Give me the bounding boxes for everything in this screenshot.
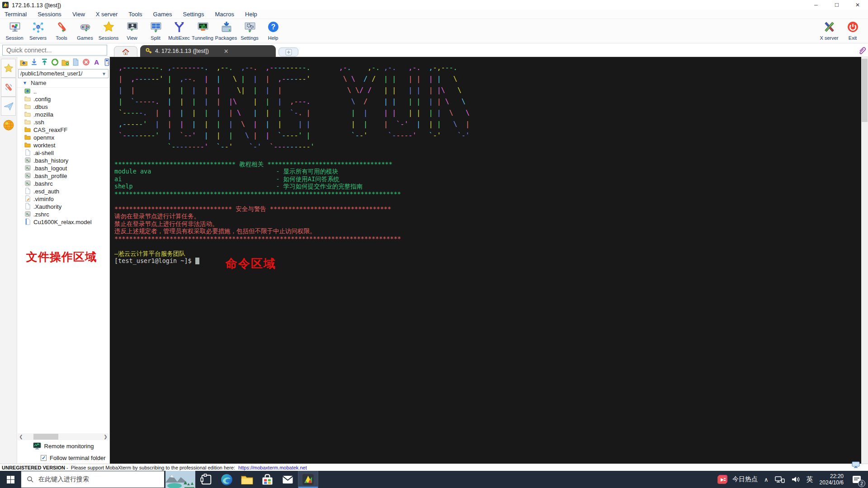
network-icon[interactable] — [775, 475, 785, 483]
file-row[interactable]: .. — [17, 88, 109, 95]
file-row[interactable]: worktest — [17, 141, 109, 149]
file-row[interactable]: .viminfo — [17, 195, 109, 203]
file-row[interactable]: .dbus — [17, 103, 109, 111]
download-icon[interactable] — [30, 58, 38, 67]
font-icon[interactable]: A — [93, 58, 100, 67]
menu-sessions[interactable]: Sessions — [38, 11, 61, 18]
scroll-left-icon[interactable]: ❮ — [18, 434, 24, 439]
scrollbar-thumb[interactable] — [33, 434, 58, 440]
taskbar-app-mail[interactable] — [278, 471, 298, 488]
ime-indicator[interactable]: 英 — [807, 475, 813, 484]
sidebar-horizontal-scrollbar[interactable]: ❮ ❯ — [18, 433, 109, 440]
file-row[interactable]: .esd_auth — [17, 188, 109, 195]
toolbar-servers-button[interactable]: Servers — [26, 20, 50, 41]
toolbar-sessions-button[interactable]: Sessions — [97, 20, 120, 41]
menu-tools[interactable]: Tools — [128, 11, 142, 18]
remote-monitoring-button[interactable]: Remote monitoring — [17, 440, 109, 452]
menu-settings[interactable]: Settings — [183, 11, 204, 18]
toolbar-tunneling-button[interactable]: Tunneling — [191, 20, 214, 41]
notification-center-button[interactable]: 2 — [850, 473, 863, 486]
sidebar-tab-tools[interactable] — [1, 78, 16, 97]
terminal-cursor — [195, 258, 199, 264]
sidebar-tab-sftp[interactable] — [1, 116, 16, 135]
toolbar-split-button[interactable]: Split — [144, 20, 167, 41]
tools-icon — [56, 21, 68, 35]
toolbar-session-button[interactable]: Session — [3, 20, 26, 41]
taskbar-app-edge[interactable] — [217, 471, 237, 488]
menu-terminal[interactable]: Terminal — [5, 11, 27, 18]
file-row[interactable]: .ssh — [17, 118, 109, 126]
file-row[interactable]: .bashrc — [17, 180, 109, 188]
clock-widget[interactable]: 22:20 2024/10/6 — [820, 473, 844, 486]
hotspot-widget[interactable]: 今日热点 — [717, 474, 758, 485]
toolbar-label: Packages — [215, 35, 237, 41]
terminal-area[interactable]: ,---------. ,--------. ,--. ,--. ,------… — [110, 57, 861, 464]
file-row[interactable]: .ai-shell — [17, 149, 109, 157]
tab-session-active[interactable]: 4. 172.16.1.13 ([test]) ✕ — [140, 45, 276, 57]
refresh-icon[interactable] — [51, 58, 59, 67]
file-row[interactable]: Cu1600K_relax.model — [17, 218, 109, 226]
security-warning-line: ****************************************… — [114, 235, 861, 243]
view-icon — [126, 21, 138, 35]
toolbar-packages-button[interactable]: Packages — [214, 20, 238, 41]
remote-screen-icon[interactable] — [852, 461, 860, 468]
toolbar-settings-button[interactable]: Settings — [238, 20, 261, 41]
file-row[interactable]: .bash_logout — [17, 164, 109, 172]
file-row[interactable]: .Xauthority — [17, 203, 109, 211]
file-list: ...config.dbus.mozilla.sshCAS_reaxFFopen… — [17, 88, 109, 226]
quick-connect-input[interactable] — [2, 45, 107, 56]
menu-help[interactable]: Help — [245, 11, 257, 18]
minimize-button[interactable]: ─ — [806, 0, 826, 10]
path-dropdown[interactable]: /public1/home/test_user1/ ▼ — [18, 69, 108, 78]
taskbar-app-task-view[interactable] — [196, 471, 217, 488]
new-tab-button[interactable] — [278, 47, 298, 56]
delete-icon[interactable] — [82, 58, 90, 67]
checkbox-checked-icon[interactable]: ✓ — [41, 455, 47, 461]
new-folder-icon[interactable] — [61, 58, 69, 67]
toolbar-help-button[interactable]: ?Help — [261, 20, 285, 41]
menu-view[interactable]: View — [72, 11, 85, 18]
ascii-art-line: ,-----' | | | | | | | \ | | | | | | | | … — [114, 119, 861, 130]
file-row[interactable]: .bash_profile — [17, 172, 109, 180]
name-column-header[interactable]: ▼ Name — [17, 79, 109, 88]
file-row[interactable]: openmx — [17, 134, 109, 141]
file-row[interactable]: .mozilla — [17, 111, 109, 118]
menu-games[interactable]: Games — [153, 11, 172, 18]
new-file-icon[interactable] — [72, 58, 80, 67]
scrollbar-thumb[interactable] — [862, 59, 868, 122]
toolbar-tools-button[interactable]: Tools — [50, 20, 73, 41]
mobatek-link[interactable]: https://mobaxterm.mobatek.net — [238, 465, 307, 470]
terminal-scrollbar[interactable] — [861, 57, 868, 464]
scroll-right-icon[interactable]: ❯ — [102, 434, 109, 439]
toolbar-xserver-button[interactable]: X server — [817, 20, 841, 41]
taskbar-app-mobaxterm[interactable] — [298, 471, 318, 488]
close-button[interactable]: ✕ — [847, 0, 868, 10]
upload-icon[interactable] — [41, 58, 48, 67]
file-row[interactable]: .bash_history — [17, 157, 109, 164]
sidebar-tab-sessions[interactable] — [1, 59, 16, 78]
weather-widget[interactable] — [165, 471, 196, 488]
toolbar-exit-button[interactable]: Exit — [841, 20, 864, 41]
start-button[interactable] — [0, 471, 21, 488]
file-row[interactable]: CAS_reaxFF — [17, 126, 109, 134]
sidebar-tab-macros[interactable] — [1, 97, 16, 116]
follow-terminal-folder-toggle[interactable]: ✓ Follow terminal folder — [17, 452, 109, 464]
tab-close-icon[interactable]: ✕ — [224, 48, 229, 55]
toolbar-view-button[interactable]: View — [120, 20, 144, 41]
tray-expand-chevron[interactable]: ∧ — [764, 476, 769, 483]
toolbar-games-button[interactable]: Games — [73, 20, 97, 41]
taskbar-search-box[interactable]: 在此键入进行搜索 — [21, 471, 165, 488]
file-row[interactable]: .zshrc — [17, 211, 109, 218]
taskbar-app-file-explorer[interactable] — [237, 471, 257, 488]
menu-macros[interactable]: Macros — [215, 11, 234, 18]
menu-x-server[interactable]: X server — [96, 11, 118, 18]
taskbar-app-store[interactable] — [257, 471, 278, 488]
window-title: 172.16.1.13 ([test]) — [12, 2, 61, 9]
go-up-icon[interactable] — [20, 58, 28, 67]
attachments-paperclip-icon[interactable] — [857, 45, 866, 55]
toolbar-multiexec-button[interactable]: MultiExec — [167, 20, 191, 41]
volume-icon[interactable] — [791, 475, 800, 483]
file-row[interactable]: .config — [17, 95, 109, 103]
home-tab[interactable] — [114, 46, 137, 57]
maximize-button[interactable]: ☐ — [826, 0, 847, 10]
